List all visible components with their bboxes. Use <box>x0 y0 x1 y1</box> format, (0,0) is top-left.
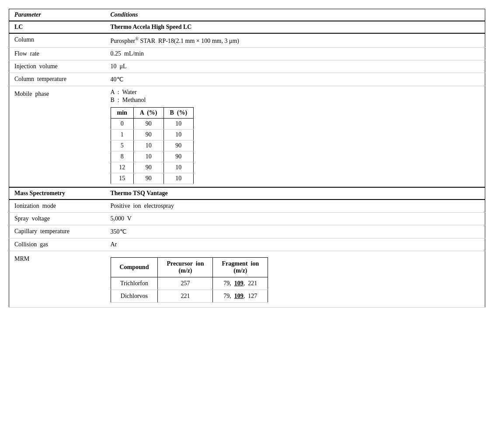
mrm-param: MRM <box>9 251 105 307</box>
injection-volume-value: 10 μL <box>105 60 485 73</box>
gradient-row: 0 90 10 <box>111 118 194 129</box>
param-header-label: Parameter <box>14 11 41 18</box>
table-header-row: Parameter Conditions <box>9 9 485 21</box>
mrm-header-precursor: Precursor ion(m/z) <box>158 257 213 277</box>
gradient-cell: 10 <box>164 173 194 184</box>
injection-volume-param: Injection volume <box>9 60 105 73</box>
column-temp-value: 40℃ <box>105 73 485 86</box>
column-value: Purospher® STAR RP-18(2.1 mm × 100 mm, 3… <box>105 33 485 47</box>
mrm-data-row: Dichlorvos 221 79, 109, 127 <box>111 290 268 302</box>
gradient-cell: 90 <box>164 151 194 162</box>
mrm-table: Compound Precursor ion(m/z) Fragment ion… <box>111 257 268 303</box>
gradient-cell: 90 <box>133 162 164 173</box>
lc-section-row: LC Thermo Accela High Speed LC <box>9 21 485 33</box>
collision-gas-value: Ar <box>105 238 485 251</box>
main-parameters-table: Parameter Conditions LC Thermo Accela Hi… <box>9 9 485 308</box>
table-row: Column Purospher® STAR RP-18(2.1 mm × 10… <box>9 33 485 47</box>
solvent-a-label: A : Water <box>111 89 480 96</box>
mrm-fragment: 79, 109, 127 <box>213 290 268 302</box>
ms-param: Mass Spectrometry <box>9 187 105 200</box>
header-param: Parameter <box>9 9 105 21</box>
gradient-row: 1 90 10 <box>111 129 194 140</box>
gradient-table: min A (%) B (%) 0 90 10 1 90 10 <box>111 107 194 184</box>
table-row: Column temperature 40℃ <box>9 73 485 86</box>
conditions-header-label: Conditions <box>111 11 138 18</box>
table-row: Injection volume 10 μL <box>9 60 485 73</box>
mrm-row: MRM Compound Precursor ion(m/z) Fragment… <box>9 251 485 307</box>
gradient-row: 8 10 90 <box>111 151 194 162</box>
collision-gas-param: Collision gas <box>9 238 105 251</box>
header-conditions: Conditions <box>105 9 485 21</box>
mrm-compound: Dichlorvos <box>111 290 158 302</box>
mrm-fragment-underline: 109 <box>234 293 244 299</box>
mrm-header-row: Compound Precursor ion(m/z) Fragment ion… <box>111 257 268 277</box>
lc-param: LC <box>9 21 105 33</box>
gradient-cell: 0 <box>111 118 133 129</box>
mrm-data-row: Trichlorfon 257 79, 109, 221 <box>111 277 268 290</box>
ms-instrument-value: Thermo TSQ Vantage <box>111 190 168 196</box>
mrm-value: Compound Precursor ion(m/z) Fragment ion… <box>105 251 485 307</box>
mrm-precursor: 221 <box>158 290 213 302</box>
gradient-cell: 10 <box>133 151 164 162</box>
gradient-cell: 90 <box>133 129 164 140</box>
mrm-header-fragment: Fragment ion(m/z) <box>213 257 268 277</box>
mrm-compound: Trichlorfon <box>111 277 158 290</box>
mrm-header-compound: Compound <box>111 257 158 277</box>
flow-rate-value: 0.25 mL/min <box>105 47 485 60</box>
gradient-cell: 10 <box>164 118 194 129</box>
mobile-phase-value: A : Water B : Methanol min A (%) B (%) 0… <box>105 86 485 187</box>
ms-value: Thermo TSQ Vantage <box>105 187 485 200</box>
gradient-row: 15 90 10 <box>111 173 194 184</box>
gradient-cell: 1 <box>111 129 133 140</box>
spray-voltage-value: 5,000 V <box>105 212 485 225</box>
lc-instrument-value: Thermo Accela High Speed LC <box>111 24 192 30</box>
ionization-param: Ionization mode <box>9 200 105 213</box>
capillary-temp-param: Capillary temperature <box>9 225 105 238</box>
gradient-cell: 10 <box>164 129 194 140</box>
ionization-value: Positive ion electrospray <box>105 200 485 213</box>
solvent-b-label: B : Methanol <box>111 97 480 104</box>
gradient-cell: 10 <box>164 162 194 173</box>
table-row: Ionization mode Positive ion electrospra… <box>9 200 485 213</box>
column-param: Column <box>9 33 105 47</box>
gradient-cell: 12 <box>111 162 133 173</box>
gradient-cell: 8 <box>111 151 133 162</box>
gradient-row: 5 10 90 <box>111 140 194 151</box>
flow-rate-param: Flow rate <box>9 47 105 60</box>
ms-label: Mass Spectrometry <box>14 190 65 196</box>
gradient-cell: 15 <box>111 173 133 184</box>
spray-voltage-param: Spray voltage <box>9 212 105 225</box>
table-row: Flow rate 0.25 mL/min <box>9 47 485 60</box>
table-row: Capillary temperature 350℃ <box>9 225 485 238</box>
gradient-cell: 90 <box>133 118 164 129</box>
ms-section-row: Mass Spectrometry Thermo TSQ Vantage <box>9 187 485 200</box>
gradient-cell: 90 <box>133 173 164 184</box>
table-row: Mobile phase A : Water B : Methanol min … <box>9 86 485 187</box>
gradient-header-b: B (%) <box>164 107 194 118</box>
gradient-cell: 90 <box>164 140 194 151</box>
gradient-cell: 5 <box>111 140 133 151</box>
capillary-temp-value: 350℃ <box>105 225 485 238</box>
table-row: Collision gas Ar <box>9 238 485 251</box>
mobile-phase-param: Mobile phase <box>9 86 105 187</box>
mrm-fragment-underline: 109 <box>234 280 244 287</box>
column-temp-param: Column temperature <box>9 73 105 86</box>
gradient-header-min: min <box>111 107 133 118</box>
lc-value: Thermo Accela High Speed LC <box>105 21 485 33</box>
lc-label: LC <box>14 24 23 30</box>
gradient-cell: 10 <box>133 140 164 151</box>
gradient-row: 12 90 10 <box>111 162 194 173</box>
table-row: Spray voltage 5,000 V <box>9 212 485 225</box>
gradient-header-a: A (%) <box>133 107 164 118</box>
mrm-fragment: 79, 109, 221 <box>213 277 268 290</box>
mrm-precursor: 257 <box>158 277 213 290</box>
